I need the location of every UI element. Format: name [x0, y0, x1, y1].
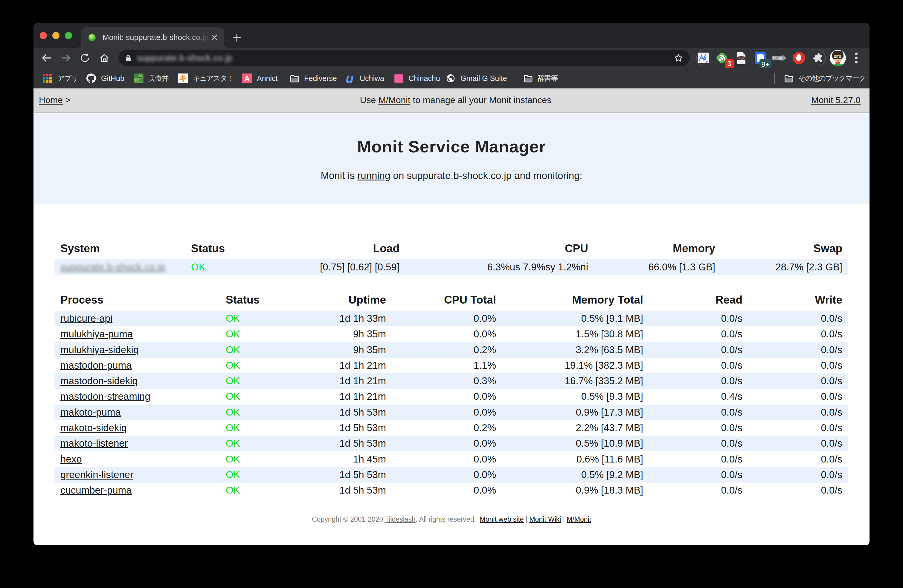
svg-text:en→jp: en→jp — [773, 56, 782, 60]
